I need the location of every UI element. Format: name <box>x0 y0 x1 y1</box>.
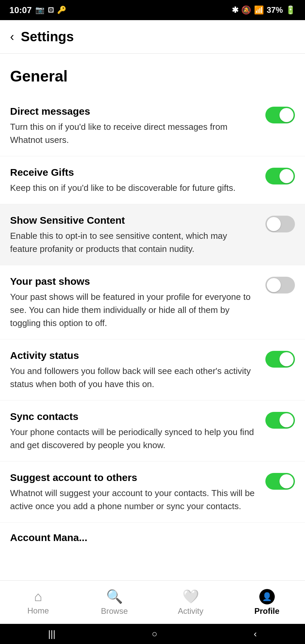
cast-icon: ⊡ <box>48 6 54 14</box>
settings-label-direct-messages: Direct messages <box>10 105 255 118</box>
settings-item-sync-contacts[interactable]: Sync contactsYour phone contacts will be… <box>0 400 305 462</box>
settings-text-show-sensitive-content: Show Sensitive ContentEnable this to opt… <box>10 214 265 256</box>
settings-text-activity-status: Activity statusYou and followers you fol… <box>10 349 265 391</box>
android-nav-bar: ||| ○ ‹ <box>0 624 305 644</box>
toggle-receive-gifts[interactable] <box>265 168 295 184</box>
toggle-thumb-direct-messages <box>279 108 294 122</box>
nav-item-browse[interactable]: 🔍 Browse <box>76 585 152 619</box>
android-back-btn[interactable]: ‹ <box>254 629 257 639</box>
toggle-thumb-your-past-shows <box>267 278 281 292</box>
nav-item-profile[interactable]: 👤 Profile <box>229 586 305 619</box>
settings-desc-your-past-shows: Your past shows will be featured in your… <box>10 290 255 330</box>
nav-label-browse: Browse <box>101 606 128 616</box>
profile-avatar: 👤 <box>259 589 275 604</box>
toggle-activity-status[interactable] <box>265 351 295 368</box>
nav-item-activity[interactable]: 🤍 Activity <box>152 585 229 619</box>
nav-label-home: Home <box>27 606 49 615</box>
toggle-thumb-activity-status <box>279 352 294 366</box>
header: ‹ Settings <box>0 20 305 54</box>
settings-item-activity-status[interactable]: Activity statusYou and followers you fol… <box>0 339 305 400</box>
activity-icon: 🤍 <box>182 589 199 604</box>
toggle-thumb-suggest-account <box>279 474 294 488</box>
toggle-thumb-receive-gifts <box>279 169 294 183</box>
toggle-container-suggest-account <box>265 471 295 490</box>
toggle-container-sync-contacts <box>265 410 295 429</box>
status-left: 10:07 📷 ⊡ 🔑 <box>9 5 66 15</box>
battery-icon: 🔋 <box>286 5 296 15</box>
bottom-nav: ⌂ Home 🔍 Browse 🤍 Activity 👤 Profile <box>0 580 305 624</box>
mute-icon: 🔕 <box>241 5 251 15</box>
settings-desc-show-sensitive-content: Enable this to opt-in to see sensitive c… <box>10 229 255 256</box>
back-button[interactable]: ‹ <box>10 30 14 44</box>
settings-text-receive-gifts: Receive GiftsKeep this on if you'd like … <box>10 166 265 195</box>
settings-label-your-past-shows: Your past shows <box>10 275 255 288</box>
toggle-container-show-sensitive-content <box>265 214 295 232</box>
toggle-sync-contacts[interactable] <box>265 412 295 429</box>
settings-item-suggest-account[interactable]: Suggest account to othersWhatnot will su… <box>0 462 305 523</box>
bluetooth-icon: ✱ <box>232 5 238 15</box>
settings-item-your-past-shows[interactable]: Your past showsYour past shows will be f… <box>0 265 305 339</box>
settings-text-your-past-shows: Your past showsYour past shows will be f… <box>10 275 265 330</box>
nav-label-activity: Activity <box>178 606 203 616</box>
content-area: General Direct messagesTurn this on if y… <box>0 54 305 580</box>
home-icon: ⌂ <box>34 589 42 604</box>
settings-desc-suggest-account: Whatnot will suggest your account to you… <box>10 487 255 513</box>
wifi-icon: 📶 <box>254 5 264 15</box>
key-icon: 🔑 <box>57 6 66 14</box>
settings-item-direct-messages[interactable]: Direct messagesTurn this on if you'd lik… <box>0 95 305 156</box>
section-general-title: General <box>0 54 305 95</box>
page-title: Settings <box>21 29 74 44</box>
time: 10:07 <box>9 5 32 15</box>
toggle-container-direct-messages <box>265 105 295 123</box>
settings-list: Direct messagesTurn this on if you'd lik… <box>0 95 305 523</box>
settings-text-direct-messages: Direct messagesTurn this on if you'd lik… <box>10 105 265 147</box>
toggle-thumb-show-sensitive-content <box>267 217 281 231</box>
settings-item-receive-gifts[interactable]: Receive GiftsKeep this on if you'd like … <box>0 156 305 204</box>
battery-text: 37% <box>267 5 283 15</box>
settings-label-sync-contacts: Sync contacts <box>10 410 255 423</box>
settings-desc-receive-gifts: Keep this on if you'd like to be discove… <box>10 181 255 195</box>
status-right: ✱ 🔕 📶 37% 🔋 <box>232 5 296 15</box>
partial-item: Account Mana... <box>0 523 305 543</box>
toggle-container-your-past-shows <box>265 275 295 293</box>
settings-label-show-sensitive-content: Show Sensitive Content <box>10 214 255 227</box>
toggle-direct-messages[interactable] <box>265 107 295 123</box>
settings-item-show-sensitive-content[interactable]: Show Sensitive ContentEnable this to opt… <box>0 204 305 265</box>
settings-desc-direct-messages: Turn this on if you'd like to receive di… <box>10 120 255 147</box>
android-menu-btn[interactable]: ||| <box>48 629 55 639</box>
browse-icon: 🔍 <box>106 589 123 604</box>
settings-desc-activity-status: You and followers you follow back will s… <box>10 365 255 391</box>
settings-label-receive-gifts: Receive Gifts <box>10 166 255 179</box>
camera-icon: 📷 <box>35 6 44 14</box>
toggle-thumb-sync-contacts <box>279 413 294 427</box>
toggle-suggest-account[interactable] <box>265 473 295 490</box>
settings-label-activity-status: Activity status <box>10 349 255 362</box>
settings-text-suggest-account: Suggest account to othersWhatnot will su… <box>10 471 265 513</box>
nav-item-home[interactable]: ⌂ Home <box>0 586 76 619</box>
toggle-container-activity-status <box>265 349 295 368</box>
nav-label-profile: Profile <box>254 606 279 616</box>
settings-desc-sync-contacts: Your phone contacts will be periodically… <box>10 426 255 452</box>
toggle-your-past-shows[interactable] <box>265 277 295 293</box>
status-bar: 10:07 📷 ⊡ 🔑 ✱ 🔕 📶 37% 🔋 <box>0 0 305 20</box>
toggle-show-sensitive-content[interactable] <box>265 216 295 232</box>
android-home-btn[interactable]: ○ <box>152 629 158 639</box>
profile-avatar-icon: 👤 <box>262 592 272 601</box>
toggle-container-receive-gifts <box>265 166 295 184</box>
settings-text-sync-contacts: Sync contactsYour phone contacts will be… <box>10 410 265 452</box>
settings-label-suggest-account: Suggest account to others <box>10 471 255 484</box>
